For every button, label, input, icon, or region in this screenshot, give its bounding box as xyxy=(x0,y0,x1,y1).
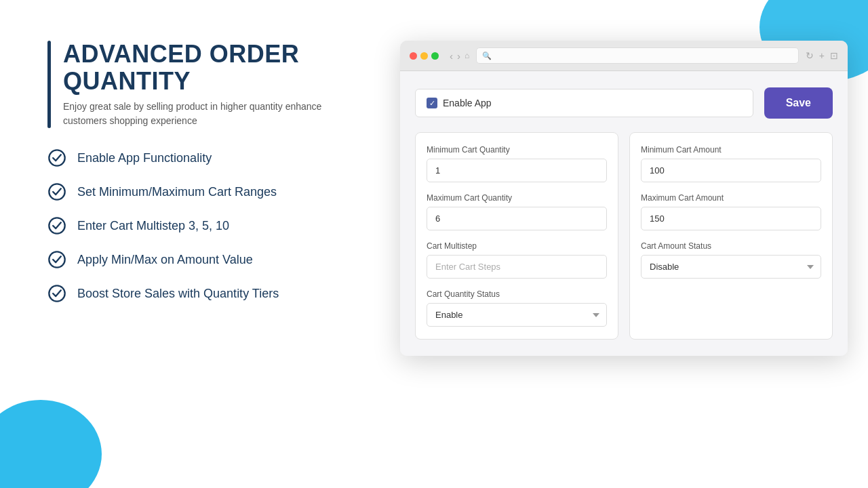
check-circle-icon xyxy=(47,250,66,269)
browser-add-tab-icon[interactable]: + xyxy=(819,50,825,61)
right-form-column: Minimum Cart Amount Maximum Cart Amount … xyxy=(629,132,833,340)
min-amount-group: Minimum Cart Amount xyxy=(641,145,821,182)
browser-dot-minimize[interactable] xyxy=(420,52,428,60)
feature-label: Boost Store Sales with Quantity Tiers xyxy=(77,287,279,301)
multistep-input[interactable] xyxy=(427,255,607,279)
list-item: Boost Store Sales with Quantity Tiers xyxy=(47,284,359,303)
left-form-column: Minimum Cart Quantity Maximum Cart Quant… xyxy=(415,132,618,340)
max-qty-label: Maximum Cart Quantity xyxy=(427,193,607,203)
amount-status-label: Cart Amount Status xyxy=(641,241,821,251)
check-circle-icon xyxy=(47,182,66,201)
browser-menu-icon[interactable]: ⊡ xyxy=(830,50,838,61)
check-circle-icon xyxy=(47,284,66,303)
svg-point-1 xyxy=(49,184,64,200)
svg-point-0 xyxy=(49,150,64,166)
browser-dots xyxy=(410,52,439,60)
enable-app-field[interactable]: ✓ Enable App xyxy=(415,89,753,117)
min-qty-label: Minimum Cart Quantity xyxy=(427,145,607,155)
list-item: Set Minimum/Maximum Cart Ranges xyxy=(47,182,359,201)
multistep-label: Cart Multistep xyxy=(427,241,607,251)
nav-forward-icon[interactable]: › xyxy=(457,50,460,62)
right-panel: ‹ › ⌂ 🔍 ↻ + ⊡ ✓ Ena xyxy=(400,41,848,356)
amount-status-group: Cart Amount Status Enable Disable xyxy=(641,241,821,279)
svg-point-4 xyxy=(49,286,64,302)
svg-point-2 xyxy=(49,218,64,234)
left-panel: Advanced Order Quantity Enjoy great sale… xyxy=(47,41,359,356)
min-qty-group: Minimum Cart Quantity xyxy=(427,145,607,182)
nav-back-icon[interactable]: ‹ xyxy=(450,50,453,62)
min-amount-label: Minimum Cart Amount xyxy=(641,145,821,155)
browser-refresh-icon[interactable]: ↻ xyxy=(806,50,814,61)
max-amount-label: Maximum Cart Amount xyxy=(641,193,821,203)
browser-toolbar: ‹ › ⌂ 🔍 ↻ + ⊡ xyxy=(400,41,848,71)
header-text: Advanced Order Quantity Enjoy great sale… xyxy=(63,41,359,128)
max-amount-input[interactable] xyxy=(641,207,821,230)
nav-home-icon[interactable]: ⌂ xyxy=(465,51,469,60)
feature-label: Apply Min/Max on Amount Value xyxy=(77,253,253,267)
browser-dot-close[interactable] xyxy=(410,52,417,60)
check-circle-icon xyxy=(47,216,66,235)
header-block: Advanced Order Quantity Enjoy great sale… xyxy=(47,41,359,128)
page-subtitle: Enjoy great sale by selling product in h… xyxy=(63,100,359,128)
browser-content: ✓ Enable App Save Minimum Cart Quantity xyxy=(400,71,848,356)
browser-nav: ‹ › ⌂ xyxy=(450,50,469,62)
list-item: Enter Cart Multistep 3, 5, 10 xyxy=(47,216,359,235)
max-qty-input[interactable] xyxy=(427,207,607,230)
form-columns: Minimum Cart Quantity Maximum Cart Quant… xyxy=(415,132,833,340)
feature-label: Enable App Functionality xyxy=(77,151,212,165)
qty-status-label: Cart Quantity Status xyxy=(427,289,607,299)
svg-point-3 xyxy=(49,252,64,268)
check-circle-icon xyxy=(47,148,66,167)
qty-status-group: Cart Quantity Status Enable Disable xyxy=(427,289,607,327)
multistep-group: Cart Multistep xyxy=(427,241,607,279)
enable-app-checkbox[interactable]: ✓ xyxy=(427,98,437,108)
enable-app-row: ✓ Enable App Save xyxy=(415,87,833,119)
qty-status-select[interactable]: Enable Disable xyxy=(427,303,607,327)
max-qty-group: Maximum Cart Quantity xyxy=(427,193,607,230)
save-button[interactable]: Save xyxy=(764,87,833,119)
header-border-decoration xyxy=(47,41,51,128)
feature-label: Set Minimum/Maximum Cart Ranges xyxy=(77,185,277,199)
browser-window: ‹ › ⌂ 🔍 ↻ + ⊡ ✓ Ena xyxy=(400,41,848,356)
browser-actions: ↻ + ⊡ xyxy=(806,50,838,61)
address-search-icon: 🔍 xyxy=(482,52,492,60)
min-qty-input[interactable] xyxy=(427,159,607,182)
amount-status-select[interactable]: Enable Disable xyxy=(641,255,821,279)
page-title: Advanced Order Quantity xyxy=(63,41,359,94)
min-amount-input[interactable] xyxy=(641,159,821,182)
browser-address-bar[interactable]: 🔍 xyxy=(476,47,799,64)
enable-app-label: Enable App xyxy=(443,98,492,108)
list-item: Enable App Functionality xyxy=(47,148,359,167)
browser-dot-maximize[interactable] xyxy=(431,52,439,60)
feature-label: Enter Cart Multistep 3, 5, 10 xyxy=(77,219,229,233)
decorative-circle-bottom-left xyxy=(0,400,102,488)
list-item: Apply Min/Max on Amount Value xyxy=(47,250,359,269)
max-amount-group: Maximum Cart Amount xyxy=(641,193,821,230)
feature-list: Enable App Functionality Set Minimum/Max… xyxy=(47,148,359,303)
